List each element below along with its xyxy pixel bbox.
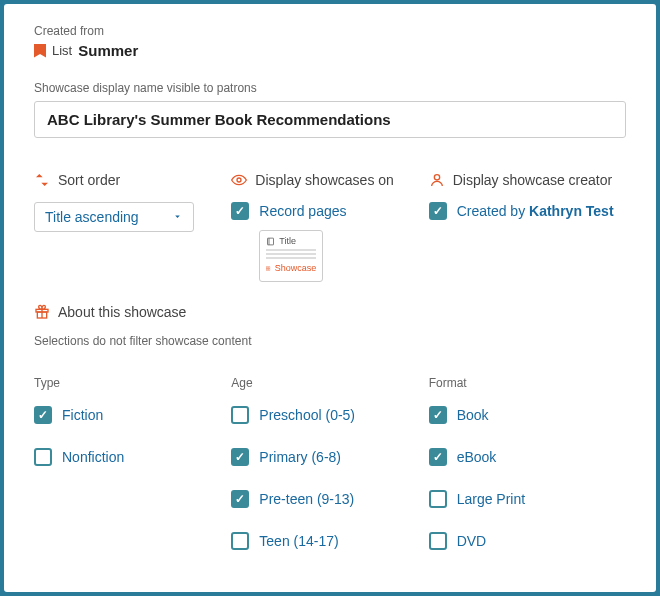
eye-icon — [231, 172, 247, 188]
creator-checkbox[interactable] — [429, 202, 447, 220]
sort-order-value: Title ascending — [45, 209, 139, 225]
book-checkbox[interactable] — [429, 406, 447, 424]
age-column: Age Preschool (0-5) Primary (6-8) Pre-te… — [231, 376, 428, 574]
sort-order-select[interactable]: Title ascending — [34, 202, 194, 232]
source-list-row: List Summer — [34, 42, 626, 59]
creator-title: Display showcase creator — [429, 172, 626, 188]
nonfiction-checkbox[interactable] — [34, 448, 52, 466]
fiction-checkbox[interactable] — [34, 406, 52, 424]
sort-order-col: Sort order Title ascending — [34, 172, 231, 282]
svg-rect-1 — [268, 238, 274, 245]
primary-label[interactable]: Primary (6-8) — [259, 449, 341, 465]
list-prefix: List — [52, 43, 72, 58]
about-note: Selections do not filter showcase conten… — [34, 334, 626, 348]
list-name: Summer — [78, 42, 138, 59]
primary-checkbox[interactable] — [231, 448, 249, 466]
fiction-label[interactable]: Fiction — [62, 407, 103, 423]
type-column: Type Fiction Nonfiction — [34, 376, 231, 574]
sort-icon — [34, 172, 50, 188]
creator-col: Display showcase creator Created by Kath… — [429, 172, 626, 282]
svg-rect-5 — [269, 268, 270, 269]
svg-rect-2 — [267, 266, 268, 267]
age-header: Age — [231, 376, 428, 390]
sort-order-title: Sort order — [34, 172, 231, 188]
chevron-down-icon — [172, 209, 183, 225]
about-title: About this showcase — [34, 304, 626, 320]
preschool-label[interactable]: Preschool (0-5) — [259, 407, 355, 423]
display-on-col: Display showcases on Record pages Title … — [231, 172, 428, 282]
preteen-label[interactable]: Pre-teen (9-13) — [259, 491, 354, 507]
dvd-label[interactable]: DVD — [457, 533, 487, 549]
preteen-checkbox[interactable] — [231, 490, 249, 508]
largeprint-label[interactable]: Large Print — [457, 491, 525, 507]
largeprint-checkbox[interactable] — [429, 490, 447, 508]
grid-icon — [266, 264, 270, 273]
showcase-form-card: Created from List Summer Showcase displa… — [4, 4, 656, 592]
teen-checkbox[interactable] — [231, 532, 249, 550]
book-label[interactable]: Book — [457, 407, 489, 423]
person-icon — [429, 172, 445, 188]
ebook-label[interactable]: eBook — [457, 449, 497, 465]
display-name-input[interactable] — [34, 101, 626, 138]
display-name-label: Showcase display name visible to patrons — [34, 81, 626, 95]
created-from-label: Created from — [34, 24, 626, 38]
gift-icon — [34, 304, 50, 320]
preschool-checkbox[interactable] — [231, 406, 249, 424]
svg-rect-3 — [269, 266, 270, 267]
ebook-checkbox[interactable] — [429, 448, 447, 466]
book-icon — [266, 237, 275, 246]
format-header: Format — [429, 376, 626, 390]
record-pages-label[interactable]: Record pages — [259, 203, 346, 219]
creator-label[interactable]: Created by Kathryn Test — [457, 203, 614, 219]
record-pages-checkbox[interactable] — [231, 202, 249, 220]
display-on-title: Display showcases on — [231, 172, 428, 188]
format-column: Format Book eBook Large Print DVD — [429, 376, 626, 574]
type-header: Type — [34, 376, 231, 390]
nonfiction-label[interactable]: Nonfiction — [62, 449, 124, 465]
about-section: About this showcase Selections do not fi… — [34, 304, 626, 348]
teen-label[interactable]: Teen (14-17) — [259, 533, 338, 549]
bookmark-icon — [34, 44, 46, 58]
record-page-preview: Title Showcase — [259, 230, 323, 282]
svg-point-0 — [237, 178, 241, 182]
svg-point-6 — [434, 175, 439, 180]
svg-rect-4 — [267, 268, 268, 269]
dvd-checkbox[interactable] — [429, 532, 447, 550]
